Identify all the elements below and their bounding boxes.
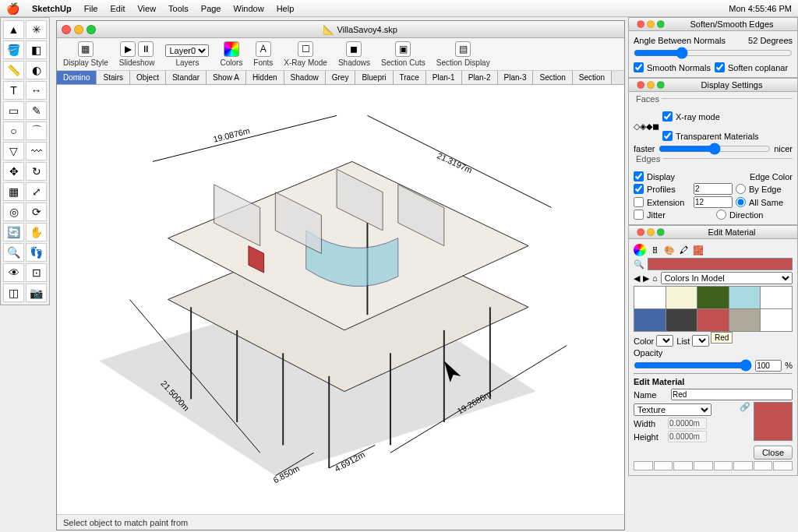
face-style-icons[interactable]: ◇◈◆◼ <box>634 122 659 132</box>
min-icon[interactable] <box>647 228 655 236</box>
swatch-7[interactable] <box>697 309 729 331</box>
profiles-input[interactable] <box>694 183 733 195</box>
all-same-radio[interactable] <box>736 197 746 207</box>
colors-button[interactable] <box>224 41 239 57</box>
close-icon[interactable] <box>637 20 644 28</box>
extension-input[interactable] <box>694 196 733 208</box>
profiles-checkbox[interactable] <box>634 184 644 194</box>
direction-radio[interactable] <box>716 210 726 220</box>
swatch-8[interactable] <box>729 309 761 331</box>
swatch-9[interactable] <box>761 309 792 331</box>
max-icon[interactable] <box>657 228 665 236</box>
scale-tool[interactable]: ⤢ <box>26 182 47 201</box>
tab-stairs[interactable]: Stairs <box>97 71 130 84</box>
min-icon[interactable] <box>647 20 655 28</box>
nav-fwd-icon[interactable]: ▶ <box>643 273 649 284</box>
min-icon[interactable] <box>647 81 655 89</box>
layers-select[interactable]: Layer0 <box>165 44 209 57</box>
model-viewport[interactable]: 19.0876m 21.3197m 21.5000m 6.850m 4.6912… <box>57 85 624 514</box>
dimension-tool[interactable]: ↔ <box>26 81 47 100</box>
rotate-tool[interactable]: ↻ <box>26 162 47 181</box>
display-edges-checkbox[interactable] <box>634 171 644 181</box>
close-icon[interactable] <box>637 228 644 236</box>
tab-blueprint[interactable]: Bluepri <box>355 71 393 84</box>
menu-file[interactable]: File <box>84 4 98 13</box>
orbit-tool[interactable]: 🔄 <box>3 223 24 241</box>
close-button[interactable] <box>62 25 71 34</box>
recent-swatch[interactable] <box>773 461 793 470</box>
extension-checkbox[interactable] <box>634 197 644 207</box>
tex-height-input[interactable] <box>668 431 707 442</box>
move-tool[interactable]: ✥ <box>3 162 24 181</box>
swatch-0[interactable] <box>634 287 666 308</box>
polygon-tool[interactable]: ▽ <box>3 142 24 160</box>
color-wheel-icon[interactable] <box>634 244 646 256</box>
close-button[interactable]: Close <box>754 446 793 460</box>
soften-coplanar-checkbox[interactable] <box>715 62 725 72</box>
menu-page[interactable]: Page <box>201 4 221 13</box>
xray-checkbox[interactable] <box>662 111 673 122</box>
followme-tool[interactable]: ⟳ <box>26 203 47 221</box>
swatch-1[interactable] <box>666 287 697 308</box>
tab-plan1[interactable]: Plan-1 <box>426 71 462 84</box>
list-mode-select[interactable] <box>692 335 709 347</box>
axes-tool[interactable]: ✳ <box>26 20 47 39</box>
angle-slider[interactable] <box>634 47 793 59</box>
recent-swatch[interactable] <box>754 461 773 470</box>
tab-hidden[interactable]: Hidden <box>246 71 284 84</box>
tab-plan3[interactable]: Plan-3 <box>498 71 534 84</box>
push-tool[interactable]: ▦ <box>3 182 24 201</box>
menu-help[interactable]: Help <box>277 4 295 13</box>
zoom-extents-tool[interactable]: ⊡ <box>26 263 47 282</box>
home-icon[interactable]: ⌂ <box>652 273 658 283</box>
protractor-tool[interactable]: ◐ <box>26 61 47 79</box>
eraser-tool[interactable]: ◧ <box>26 41 47 59</box>
swatch-6[interactable] <box>666 309 697 331</box>
slideshow-pause[interactable]: ⏸ <box>138 41 154 57</box>
opacity-input[interactable] <box>755 360 782 372</box>
close-icon[interactable] <box>637 81 644 89</box>
rectangle-tool[interactable]: ▭ <box>3 101 24 120</box>
swatch-2[interactable] <box>697 287 729 308</box>
material-tabs[interactable]: 🎚 🎨 🖍 🧱 <box>634 244 793 256</box>
swatch-4[interactable] <box>761 287 792 308</box>
palette-icon[interactable]: 🎨 <box>664 245 675 255</box>
swatch-3[interactable] <box>729 287 761 308</box>
max-icon[interactable] <box>657 20 665 28</box>
menu-tools[interactable]: Tools <box>168 4 189 13</box>
swatch-5[interactable] <box>634 309 666 331</box>
walk-tool[interactable]: 👣 <box>26 243 47 262</box>
app-name[interactable]: SketchUp <box>32 4 72 13</box>
by-edge-radio[interactable] <box>736 184 746 194</box>
tab-standard[interactable]: Standar <box>166 71 207 84</box>
display-style-button[interactable]: ▦ <box>78 41 94 57</box>
transparency-slider[interactable] <box>659 143 772 155</box>
brick-icon[interactable]: 🧱 <box>693 245 704 255</box>
material-name-input[interactable] <box>671 389 793 400</box>
slideshow-play[interactable]: ▶ <box>120 41 136 57</box>
tab-domino[interactable]: Domino <box>57 71 97 84</box>
arc-tool[interactable]: ⌒ <box>26 122 47 140</box>
tex-width-input[interactable] <box>668 417 707 429</box>
recent-swatch[interactable] <box>694 461 713 470</box>
section-display-button[interactable]: ▤ <box>455 41 471 57</box>
max-icon[interactable] <box>657 81 665 89</box>
apple-icon[interactable]: 🍎 <box>6 2 19 15</box>
crayons-icon[interactable]: 🖍 <box>680 245 688 255</box>
jitter-checkbox[interactable] <box>634 210 644 220</box>
tab-trace[interactable]: Trace <box>394 71 426 84</box>
tab-object[interactable]: Object <box>130 71 166 84</box>
tab-plan2[interactable]: Plan-2 <box>462 71 498 84</box>
offset-tool[interactable]: ◎ <box>3 203 24 221</box>
text-tool[interactable]: T <box>3 81 24 100</box>
search-icon[interactable]: 🔍 <box>634 259 644 270</box>
transparent-checkbox[interactable] <box>662 131 673 141</box>
opacity-slider[interactable] <box>634 359 752 372</box>
section-cuts-button[interactable]: ▣ <box>395 41 411 57</box>
tab-showa[interactable]: Show A <box>207 71 246 84</box>
zoom-tool[interactable]: 🔍 <box>3 243 24 262</box>
tab-section1[interactable]: Section <box>533 71 572 84</box>
texture-select[interactable]: Texture <box>634 403 711 416</box>
shadows-button[interactable]: ◼ <box>346 41 362 57</box>
recent-swatch[interactable] <box>714 461 733 470</box>
